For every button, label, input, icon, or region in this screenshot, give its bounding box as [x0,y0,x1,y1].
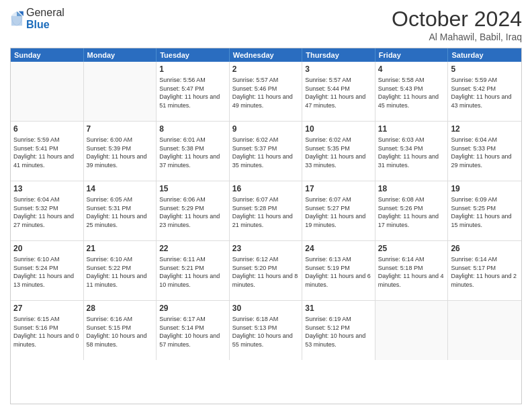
day-number: 8 [159,124,226,134]
sun-info: Sunrise: 6:04 AM Sunset: 5:32 PM Dayligh… [13,195,81,229]
cal-cell-r4-c1: 28Sunrise: 6:16 AM Sunset: 5:15 PM Dayli… [84,301,157,360]
cal-cell-r4-c5 [375,301,449,360]
sun-info: Sunrise: 5:59 AM Sunset: 5:41 PM Dayligh… [13,136,81,169]
day-number: 28 [87,303,154,314]
title-block: October 2024 Al Mahawil, Babil, Iraq [392,7,522,42]
cal-cell-r2-c0: 13Sunrise: 6:04 AM Sunset: 5:32 PM Dayli… [11,181,84,240]
cal-cell-r0-c3: 2Sunrise: 5:57 AM Sunset: 5:46 PM Daylig… [230,62,303,121]
sun-info: Sunrise: 6:00 AM Sunset: 5:39 PM Dayligh… [87,136,154,169]
logo: General Blue [10,7,64,30]
cal-cell-r1-c3: 9Sunrise: 6:02 AM Sunset: 5:37 PM Daylig… [230,122,303,181]
sun-info: Sunrise: 6:13 AM Sunset: 5:19 PM Dayligh… [305,255,372,289]
logo-text: General Blue [26,7,64,30]
logo-blue-text: Blue [26,19,64,31]
cal-cell-r0-c2: 1Sunrise: 5:56 AM Sunset: 5:47 PM Daylig… [157,62,230,121]
header-monday: Monday [84,48,157,62]
cal-cell-r4-c6 [448,301,521,360]
logo-general-text: General [26,7,64,19]
day-number: 1 [159,64,226,75]
cal-cell-r2-c5: 18Sunrise: 6:08 AM Sunset: 5:26 PM Dayli… [375,181,449,240]
calendar-row-3: 13Sunrise: 6:04 AM Sunset: 5:32 PM Dayli… [11,181,521,241]
sun-info: Sunrise: 6:02 AM Sunset: 5:35 PM Dayligh… [305,136,372,169]
cal-cell-r3-c6: 26Sunrise: 6:14 AM Sunset: 5:17 PM Dayli… [448,241,521,300]
day-number: 21 [87,243,154,254]
sun-info: Sunrise: 6:05 AM Sunset: 5:31 PM Dayligh… [87,195,154,229]
sun-info: Sunrise: 6:01 AM Sunset: 5:38 PM Dayligh… [159,136,226,169]
month-title: October 2024 [392,7,522,32]
day-number: 3 [305,64,372,75]
cal-cell-r4-c0: 27Sunrise: 6:15 AM Sunset: 5:16 PM Dayli… [11,301,84,360]
day-number: 14 [87,183,154,194]
sun-info: Sunrise: 6:19 AM Sunset: 5:12 PM Dayligh… [305,315,372,349]
cal-cell-r2-c6: 19Sunrise: 6:09 AM Sunset: 5:25 PM Dayli… [448,181,521,240]
sun-info: Sunrise: 6:02 AM Sunset: 5:37 PM Dayligh… [232,136,300,169]
cal-cell-r1-c6: 12Sunrise: 6:04 AM Sunset: 5:33 PM Dayli… [448,122,521,181]
cal-cell-r3-c4: 24Sunrise: 6:13 AM Sunset: 5:19 PM Dayli… [302,241,375,300]
sun-info: Sunrise: 6:18 AM Sunset: 5:13 PM Dayligh… [232,315,300,349]
day-number: 31 [305,303,372,314]
cal-cell-r3-c2: 22Sunrise: 6:11 AM Sunset: 5:21 PM Dayli… [157,241,230,300]
sun-info: Sunrise: 6:12 AM Sunset: 5:20 PM Dayligh… [232,255,300,289]
day-number: 19 [451,183,519,194]
cal-cell-r3-c1: 21Sunrise: 6:10 AM Sunset: 5:22 PM Dayli… [84,241,157,300]
sun-info: Sunrise: 6:14 AM Sunset: 5:17 PM Dayligh… [451,255,519,289]
day-number: 7 [87,124,154,134]
day-number: 22 [159,243,226,254]
sun-info: Sunrise: 6:03 AM Sunset: 5:34 PM Dayligh… [378,136,445,169]
header-tuesday: Tuesday [157,48,230,62]
day-number: 25 [378,243,445,254]
page: General Blue October 2024 Al Mahawil, Ba… [0,0,532,411]
sun-info: Sunrise: 6:07 AM Sunset: 5:28 PM Dayligh… [232,195,300,229]
sun-info: Sunrise: 6:09 AM Sunset: 5:25 PM Dayligh… [451,195,519,229]
cal-cell-r0-c6: 5Sunrise: 5:59 AM Sunset: 5:42 PM Daylig… [448,62,521,121]
sun-info: Sunrise: 6:07 AM Sunset: 5:27 PM Dayligh… [305,195,372,229]
calendar-row-2: 6Sunrise: 5:59 AM Sunset: 5:41 PM Daylig… [11,122,521,181]
sun-info: Sunrise: 6:10 AM Sunset: 5:22 PM Dayligh… [87,255,154,289]
cal-cell-r0-c5: 4Sunrise: 5:58 AM Sunset: 5:43 PM Daylig… [375,62,449,121]
cal-cell-r4-c3: 30Sunrise: 6:18 AM Sunset: 5:13 PM Dayli… [230,301,303,360]
day-number: 27 [13,303,81,314]
day-number: 10 [305,124,372,134]
day-number: 30 [232,303,300,314]
cal-cell-r1-c0: 6Sunrise: 5:59 AM Sunset: 5:41 PM Daylig… [11,122,84,181]
header-saturday: Saturday [448,48,521,62]
calendar: Sunday Monday Tuesday Wednesday Thursday… [10,48,522,404]
sun-info: Sunrise: 6:14 AM Sunset: 5:18 PM Dayligh… [378,255,445,289]
day-number: 17 [305,183,372,194]
day-number: 4 [378,64,445,75]
sun-info: Sunrise: 5:56 AM Sunset: 5:47 PM Dayligh… [159,76,226,109]
day-number: 15 [159,183,226,194]
sun-info: Sunrise: 6:15 AM Sunset: 5:16 PM Dayligh… [13,315,81,349]
day-number: 18 [378,183,445,194]
day-number: 12 [451,124,519,134]
day-number: 6 [13,124,81,134]
sun-info: Sunrise: 5:57 AM Sunset: 5:46 PM Dayligh… [232,76,300,109]
day-number: 29 [159,303,226,314]
cal-cell-r4-c2: 29Sunrise: 6:17 AM Sunset: 5:14 PM Dayli… [157,301,230,360]
logo-icon [10,10,24,27]
day-number: 23 [232,243,300,254]
cal-cell-r3-c0: 20Sunrise: 6:10 AM Sunset: 5:24 PM Dayli… [11,241,84,300]
header-wednesday: Wednesday [230,48,303,62]
sun-info: Sunrise: 5:58 AM Sunset: 5:43 PM Dayligh… [378,76,445,109]
header-sunday: Sunday [11,48,84,62]
sun-info: Sunrise: 6:17 AM Sunset: 5:14 PM Dayligh… [159,315,226,349]
cal-cell-r3-c3: 23Sunrise: 6:12 AM Sunset: 5:20 PM Dayli… [230,241,303,300]
cal-cell-r2-c2: 15Sunrise: 6:06 AM Sunset: 5:29 PM Dayli… [157,181,230,240]
calendar-row-4: 20Sunrise: 6:10 AM Sunset: 5:24 PM Dayli… [11,241,521,301]
calendar-header: Sunday Monday Tuesday Wednesday Thursday… [11,48,521,62]
cal-cell-r2-c1: 14Sunrise: 6:05 AM Sunset: 5:31 PM Dayli… [84,181,157,240]
day-number: 11 [378,124,445,134]
day-number: 24 [305,243,372,254]
header: General Blue October 2024 Al Mahawil, Ba… [10,7,522,42]
cal-cell-r2-c4: 17Sunrise: 6:07 AM Sunset: 5:27 PM Dayli… [302,181,375,240]
sun-info: Sunrise: 6:16 AM Sunset: 5:15 PM Dayligh… [87,315,154,349]
sun-info: Sunrise: 6:11 AM Sunset: 5:21 PM Dayligh… [159,255,226,289]
sun-info: Sunrise: 6:06 AM Sunset: 5:29 PM Dayligh… [159,195,226,229]
location-title: Al Mahawil, Babil, Iraq [392,32,522,42]
sun-info: Sunrise: 5:57 AM Sunset: 5:44 PM Dayligh… [305,76,372,109]
day-number: 2 [232,64,300,75]
calendar-body: 1Sunrise: 5:56 AM Sunset: 5:47 PM Daylig… [11,62,521,360]
sun-info: Sunrise: 6:08 AM Sunset: 5:26 PM Dayligh… [378,195,445,229]
cal-cell-r0-c1 [84,62,157,121]
